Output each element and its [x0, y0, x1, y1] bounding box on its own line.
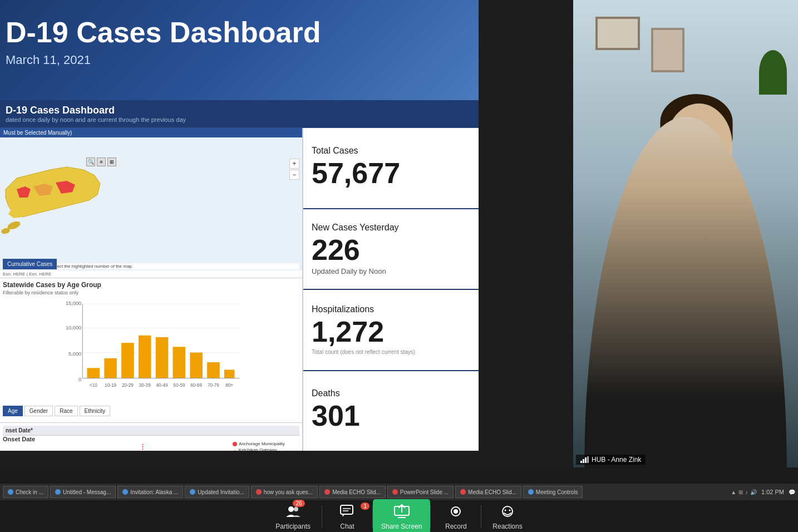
signal-bar-4 [587, 456, 589, 463]
svg-rect-23 [207, 362, 220, 378]
taskbar-label-media2: Media ECHO Slid... [468, 489, 516, 495]
slide-main-title: D-19 Cases Dashboard [6, 17, 467, 48]
dashboard-title: D-19 Cases Dashboard [6, 105, 473, 116]
taskbar-item-howask[interactable]: how you ask ques... [251, 486, 318, 498]
taskbar-dot-media1 [324, 489, 330, 495]
svg-point-43 [288, 506, 294, 512]
svg-text:<10: <10 [90, 383, 97, 388]
taskbar-item-updated[interactable]: Updated Invitatio... [185, 486, 249, 498]
right-panel: Total Cases 57,677 New Cases Yesterday 2… [303, 128, 479, 451]
chat-label: Chat [340, 523, 354, 530]
svg-rect-16 [87, 368, 100, 378]
taskbar-item-invitation[interactable]: Invitation: Alaska ... [117, 486, 183, 498]
taskbar-label-media1: Media ECHO Slid... [332, 489, 381, 495]
svg-text:10,000: 10,000 [66, 325, 81, 331]
chart-subtitle: Filterable by residence status only [3, 290, 299, 295]
taskbar-dot-media2 [460, 489, 466, 495]
taskbar-network-icon: ⊞ [738, 489, 743, 495]
stat-label-new: New Cases Yesterday [312, 223, 470, 233]
dashboard-content: D-19 Cases Dashboard dated once daily by… [0, 100, 479, 451]
svg-rect-19 [139, 336, 151, 378]
svg-rect-22 [190, 353, 203, 378]
svg-text:60-69: 60-69 [190, 383, 202, 388]
taskbar-volume-icon: 🔊 [750, 489, 757, 495]
share-screen-button[interactable]: Share Screen [373, 499, 430, 533]
slide-title-section: D-19 Cases Dashboard March 11, 2021 [0, 0, 479, 100]
signal-bar-1 [580, 461, 582, 463]
bar-chart-svg: 15,000 10,000 5,000 0 [3, 298, 299, 404]
slide-date: March 11, 2021 [6, 53, 467, 67]
chart-tab-gender[interactable]: Gender [24, 406, 53, 416]
reactions-label: Reactions [492, 523, 522, 530]
taskbar-dot-updated [190, 489, 195, 495]
chat-icon [338, 503, 356, 520]
onset-date-label: nset Date* [3, 426, 299, 436]
chart-tab-age[interactable]: Age [3, 406, 23, 416]
taskbar-item-checkin[interactable]: Check in ... [3, 486, 48, 498]
share-screen-icon [393, 503, 411, 520]
webcam-panel: HUB - Anne Zink [573, 0, 798, 467]
reactions-button[interactable]: Reactions [481, 500, 533, 533]
legend-item-anchorage: Anchorage Municipality [233, 441, 294, 446]
taskbar-item-untitled[interactable]: Untitled - Messag... [50, 486, 116, 498]
svg-text:50-59: 50-59 [173, 383, 185, 388]
svg-point-54 [509, 509, 511, 511]
map-icon-search[interactable]: 🔍 [86, 157, 95, 166]
map-zoom-out[interactable]: − [289, 170, 299, 180]
taskbar-time: 1:02 PM [761, 489, 784, 495]
map-icon-list[interactable]: ≡ [97, 157, 106, 166]
map-label: Must be Selected Manually) [0, 128, 302, 137]
svg-text:30-39: 30-39 [139, 383, 151, 388]
svg-rect-24 [224, 370, 234, 378]
taskbar-item-media1[interactable]: Media ECHO Slid... [319, 486, 386, 498]
legend-dot-anchorage [233, 442, 237, 446]
stat-card-deaths: Deaths 301 [303, 371, 479, 451]
stat-note-hosp: Total count (does not reflect current st… [312, 349, 470, 355]
taskbar-system-icons: ▲ ⊞ ♪ 🔊 [731, 489, 757, 495]
svg-text:0: 0 [78, 377, 81, 382]
slide-area: D-19 Cases Dashboard March 11, 2021 D-19… [0, 0, 479, 451]
svg-point-51 [454, 509, 458, 514]
record-button[interactable]: Record [431, 500, 481, 533]
svg-point-44 [294, 507, 298, 511]
chart-tabs: Age Gender Race Ethnicity [3, 406, 299, 416]
chat-badge: 1 [361, 503, 370, 510]
taskbar-label-meeting: Meeting Controls [536, 489, 578, 495]
svg-text:80+: 80+ [225, 383, 233, 388]
svg-point-53 [505, 509, 506, 511]
chart-tab-race[interactable]: Race [55, 406, 77, 416]
stat-label-deaths: Deaths [312, 388, 470, 398]
chart-tab-ethnicity[interactable]: Ethnicity [80, 406, 111, 416]
taskbar-up-arrow[interactable]: ▲ [731, 489, 736, 495]
map-legend-icons: 🔍 ≡ ⊞ [86, 157, 116, 166]
participants-icon: 26 [284, 503, 302, 520]
taskbar-sound-icon: ♪ [745, 489, 748, 495]
svg-rect-18 [121, 343, 134, 378]
taskbar-label-untitled: Untitled - Messag... [63, 489, 111, 495]
chat-button[interactable]: 1 Chat [322, 500, 372, 533]
participants-badge: 26 [293, 500, 304, 507]
participant-name: HUB - Anne Zink [592, 456, 641, 464]
taskbar-dot-howask [256, 489, 262, 495]
taskbar-item-media2[interactable]: Media ECHO Slid... [455, 486, 521, 498]
alaska-map: 🔍 ≡ ⊞ + − [0, 142, 302, 255]
stat-card-total: Total Cases 57,677 [303, 128, 479, 209]
bar-chart-container: 15,000 10,000 5,000 0 [3, 298, 299, 404]
participants-button[interactable]: 26 Participants [264, 500, 322, 533]
left-panel: Must be Selected Manually) [0, 128, 303, 451]
legend-label-ketchikan: Ketchikan Gateway Borough [239, 447, 294, 451]
taskbar-right: ▲ ⊞ ♪ 🔊 1:02 PM 💬 [731, 489, 795, 495]
map-icon-layers[interactable]: ⊞ [107, 157, 116, 166]
legend-dot-ketchikan [233, 450, 237, 451]
taskbar-label-howask: how you ask ques... [264, 489, 313, 495]
main-area: D-19 Cases Dashboard March 11, 2021 D-19… [0, 0, 573, 467]
zoom-controls: 26 Participants 1 Chat Share Screen [0, 500, 798, 532]
taskbar-item-powerpoint[interactable]: PowerPoint Slide ... [387, 486, 454, 498]
webcam-label: HUB - Anne Zink [576, 455, 646, 465]
cumulative-cases-button[interactable]: Cumulative Cases [3, 259, 57, 269]
map-zoom-in[interactable]: + [289, 159, 299, 169]
svg-rect-17 [104, 358, 117, 378]
taskbar-item-meeting[interactable]: Meeting Controls [523, 486, 583, 498]
svg-rect-45 [341, 505, 353, 514]
legend-item-ketchikan: Ketchikan Gateway Borough [233, 447, 294, 451]
